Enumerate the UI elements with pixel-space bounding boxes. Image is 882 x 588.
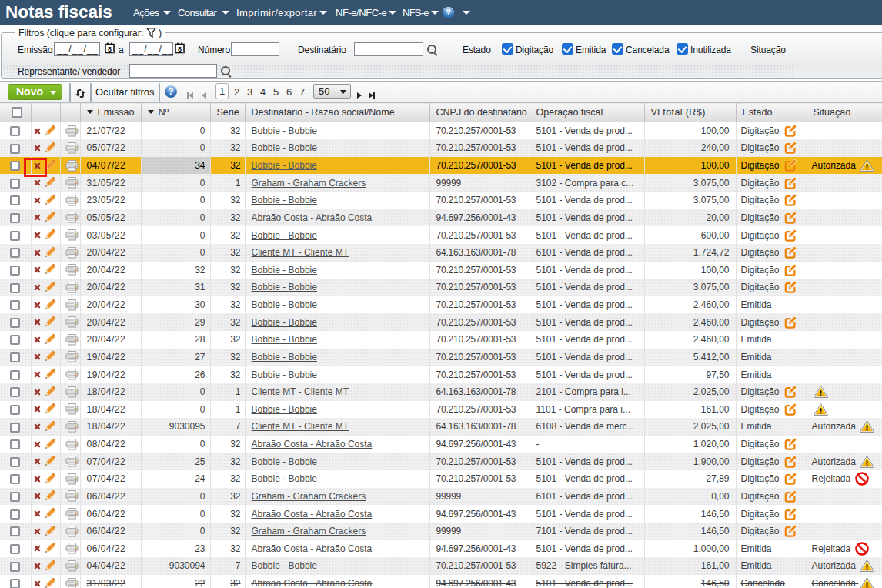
svg-text:8: 8 — [178, 45, 182, 53]
svg-text:8: 8 — [108, 45, 112, 53]
